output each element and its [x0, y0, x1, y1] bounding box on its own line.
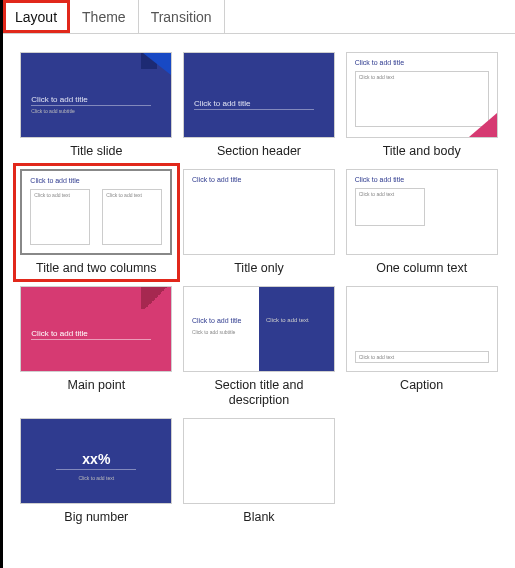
placeholder-text: Click to add text: [356, 72, 488, 82]
placeholder-text: Click to add text: [356, 189, 424, 199]
layout-caption: Blank: [243, 510, 274, 525]
placeholder-title: Click to add title: [192, 317, 241, 324]
placeholder-subtitle: Click to add subtitle: [31, 108, 151, 114]
placeholder-subtitle: Click to add subtitle: [192, 329, 235, 335]
layout-one-column-text[interactable]: Click to add title Click to add text One…: [344, 169, 499, 276]
layout-caption: Section header: [217, 144, 301, 159]
layout-caption: Title slide: [70, 144, 122, 159]
layout-title-slide[interactable]: Click to add title Click to add subtitle…: [19, 52, 174, 159]
tabs-bar: Layout Theme Transition: [3, 0, 515, 34]
layout-title-only[interactable]: Click to add title Title only: [182, 169, 337, 276]
placeholder-title: Click to add title: [194, 99, 314, 110]
placeholder-title: Click to add title: [30, 177, 79, 184]
placeholder-text: Click to add text: [356, 352, 488, 362]
tab-layout[interactable]: Layout: [3, 0, 70, 33]
placeholder-text: Click to add text: [103, 190, 161, 200]
tab-theme[interactable]: Theme: [70, 0, 139, 33]
layout-caption: One column text: [376, 261, 467, 276]
layout-caption: Caption: [400, 378, 443, 393]
placeholder-title: Click to add title: [355, 59, 404, 66]
layout-title-two-columns[interactable]: Click to add title Click to add text Cli…: [17, 167, 176, 278]
layout-section-header[interactable]: Click to add title Section header: [182, 52, 337, 159]
tab-transition[interactable]: Transition: [139, 0, 225, 33]
placeholder-title: Click to add title: [31, 95, 151, 106]
placeholder-text: Click to add text: [21, 475, 171, 481]
placeholder-bignumber: xx%: [21, 451, 171, 470]
layout-main-point[interactable]: Click to add title Main point: [19, 286, 174, 408]
layout-caption: Main point: [67, 378, 125, 393]
placeholder-text: Click to add text: [31, 190, 89, 200]
layout-caption: Big number: [64, 510, 128, 525]
placeholder-title: Click to add title: [31, 329, 151, 340]
layout-caption: Title and body: [383, 144, 461, 159]
layout-caption: Section title and description: [183, 378, 335, 408]
layout-section-title-desc[interactable]: Click to add title Click to add subtitle…: [182, 286, 337, 408]
layout-big-number[interactable]: xx% Click to add text Big number: [19, 418, 174, 525]
layout-caption: Title only: [234, 261, 284, 276]
placeholder-title: Click to add title: [355, 176, 404, 183]
placeholder-text: Click to add text: [266, 317, 326, 323]
layout-caption-slide[interactable]: Click to add text Caption: [344, 286, 499, 408]
layout-caption: Title and two columns: [36, 261, 156, 276]
placeholder-title: Click to add title: [192, 176, 241, 183]
layout-title-body[interactable]: Click to add title Click to add text Tit…: [344, 52, 499, 159]
layout-blank[interactable]: Blank: [182, 418, 337, 525]
layout-grid: Click to add title Click to add subtitle…: [3, 34, 515, 535]
